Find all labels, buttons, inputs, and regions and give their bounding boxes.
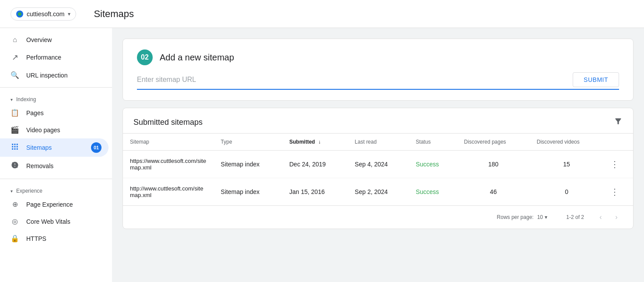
- pagination-row: Rows per page: 10 ▾ 1-2 of 2 ‹ ›: [123, 205, 633, 229]
- cell-status: Success: [409, 151, 457, 178]
- cell-type: Sitemap index: [214, 178, 283, 206]
- rows-per-page-label: Rows per page:: [497, 214, 534, 220]
- add-sitemap-card: 02 Add a new sitemap SUBMIT: [122, 39, 634, 101]
- sidebar-item-video-pages[interactable]: 🎬 Video pages: [0, 121, 108, 138]
- pages-icon: 📋: [10, 109, 19, 117]
- sidebar-divider-2: [0, 179, 112, 179]
- table-row: https://www.cuttlesoft.com/sitemap.xml S…: [123, 151, 633, 178]
- property-dot-inner: [18, 12, 21, 16]
- next-page-button[interactable]: ›: [610, 211, 623, 223]
- col-actions: [603, 134, 633, 151]
- main-content: 02 Add a new sitemap SUBMIT Submitted si…: [112, 28, 644, 282]
- property-selector[interactable]: cuttiesoft.com ▾: [10, 7, 76, 21]
- chevron-down-icon: ▾: [545, 214, 547, 220]
- sidebar-item-https[interactable]: 🔒 HTTPS: [0, 230, 108, 247]
- sidebar-item-label: Video pages: [26, 127, 60, 134]
- rows-per-page: Rows per page: 10 ▾: [497, 214, 547, 220]
- cell-last-read: Sep 4, 2024: [348, 151, 409, 178]
- main-layout: ⌂ Overview ↗ Performance 🔍 URL inspectio…: [0, 28, 644, 282]
- sitemaps-badge: 01: [91, 142, 102, 153]
- sidebar-item-label: Pages: [26, 109, 44, 116]
- sidebar-item-pages[interactable]: 📋 Pages: [0, 104, 108, 121]
- sitemap-input-row: SUBMIT: [137, 72, 619, 90]
- home-icon: ⌂: [10, 36, 19, 44]
- more-icon[interactable]: ⋮: [610, 159, 619, 169]
- page-experience-icon: ⊕: [10, 200, 19, 208]
- rows-per-page-value: 10: [537, 214, 543, 220]
- cell-sitemap: https://www.cuttlesoft.com/sitemap.xml: [123, 151, 214, 178]
- cell-last-read: Sep 2, 2024: [348, 178, 409, 206]
- col-sitemap: Sitemap: [123, 134, 214, 151]
- sidebar-divider: [0, 87, 112, 88]
- add-sitemap-title: Add a new sitemap: [160, 53, 234, 63]
- sidebar-item-label: Removals: [26, 162, 53, 169]
- sidebar-item-removals[interactable]: Removals: [0, 157, 108, 175]
- sitemap-url-input[interactable]: [137, 74, 566, 85]
- sitemaps-icon: [10, 143, 19, 152]
- chevron-icon: ▾: [10, 189, 13, 194]
- search-icon: 🔍: [10, 71, 19, 79]
- cell-sitemap: http://www.cuttlesoft.com/sitemap.xml: [123, 178, 214, 206]
- core-web-vitals-icon: ◎: [10, 217, 19, 226]
- cell-status: Success: [409, 178, 457, 206]
- cell-submitted: Jan 15, 2016: [282, 178, 348, 206]
- sitemaps-table: Sitemap Type Submitted ↓ Last read Statu…: [123, 133, 633, 205]
- sidebar-item-overview[interactable]: ⌂ Overview: [0, 32, 108, 48]
- submitted-sitemaps-header: Submitted sitemaps: [123, 108, 633, 133]
- cell-more-actions[interactable]: ⋮: [603, 151, 633, 178]
- chevron-icon: ▾: [10, 97, 13, 102]
- cell-discovered-videos: 15: [530, 151, 604, 178]
- removals-icon: [10, 161, 19, 171]
- pagination-nav: ‹ ›: [595, 211, 623, 223]
- sidebar-item-label: URL inspection: [26, 72, 67, 79]
- col-status: Status: [409, 134, 457, 151]
- top-bar: cuttiesoft.com ▾ Sitemaps: [0, 0, 644, 28]
- cell-discovered-videos: 0: [530, 178, 604, 206]
- sidebar-item-label: Page Experience: [26, 201, 73, 208]
- sidebar-item-url-inspection[interactable]: 🔍 URL inspection: [0, 67, 108, 84]
- more-icon[interactable]: ⋮: [610, 187, 619, 197]
- col-submitted: Submitted ↓: [282, 134, 348, 151]
- col-type: Type: [214, 134, 283, 151]
- property-name: cuttiesoft.com: [27, 11, 64, 18]
- video-icon: 🎬: [10, 126, 19, 134]
- cell-type: Sitemap index: [214, 151, 283, 178]
- step-badge: 02: [137, 49, 153, 65]
- pagination-range: 1-2 of 2: [558, 214, 584, 220]
- sort-icon: ↓: [318, 139, 321, 145]
- col-discovered-videos: Discovered videos: [530, 134, 604, 151]
- sidebar-item-label: Performance: [26, 54, 61, 61]
- sidebar-item-core-web-vitals[interactable]: ◎ Core Web Vitals: [0, 213, 108, 230]
- cell-submitted: Dec 24, 2019: [282, 151, 348, 178]
- sidebar-item-sitemaps[interactable]: Sitemaps 01: [0, 138, 108, 157]
- indexing-section-label[interactable]: ▾ Indexing: [0, 91, 112, 104]
- sidebar: ⌂ Overview ↗ Performance 🔍 URL inspectio…: [0, 28, 112, 282]
- table-row: http://www.cuttlesoft.com/sitemap.xml Si…: [123, 178, 633, 206]
- sidebar-item-performance[interactable]: ↗ Performance: [0, 48, 108, 67]
- cell-more-actions[interactable]: ⋮: [603, 178, 633, 206]
- chevron-down-icon: ▾: [68, 11, 70, 17]
- col-last-read: Last read: [348, 134, 409, 151]
- submit-button[interactable]: SUBMIT: [573, 72, 619, 87]
- section-label-text: Experience: [16, 188, 42, 194]
- cell-discovered-pages: 180: [457, 151, 530, 178]
- page-title: Sitemaps: [94, 8, 134, 20]
- section-label-text: Indexing: [16, 96, 36, 102]
- col-discovered-pages: Discovered pages: [457, 134, 530, 151]
- prev-page-button[interactable]: ‹: [595, 211, 607, 223]
- experience-section-label[interactable]: ▾ Experience: [0, 183, 112, 196]
- sidebar-item-label: Sitemaps: [26, 144, 52, 151]
- sidebar-item-label: Core Web Vitals: [26, 218, 70, 225]
- sidebar-item-label: Overview: [26, 36, 52, 43]
- add-sitemap-header: 02 Add a new sitemap: [137, 49, 619, 65]
- cell-discovered-pages: 46: [457, 178, 530, 206]
- submitted-sitemaps-card: Submitted sitemaps Sitemap Type Submitte…: [122, 108, 634, 229]
- sidebar-item-page-experience[interactable]: ⊕ Page Experience: [0, 196, 108, 213]
- lock-icon: 🔒: [10, 234, 19, 243]
- filter-icon[interactable]: [614, 117, 623, 128]
- trending-icon: ↗: [10, 53, 19, 62]
- submitted-sitemaps-title: Submitted sitemaps: [133, 118, 203, 127]
- sidebar-item-label: HTTPS: [26, 235, 46, 242]
- rows-per-page-select[interactable]: 10 ▾: [537, 214, 547, 220]
- property-dot-icon: [16, 11, 23, 18]
